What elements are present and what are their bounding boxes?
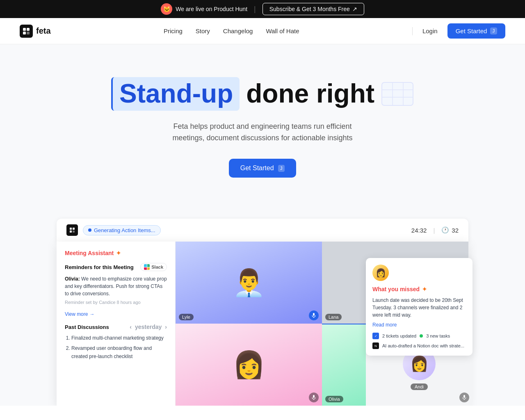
next-date-icon[interactable]: › (165, 324, 167, 330)
top-banner: 🐱 We are live on Product Hunt | Subscrib… (0, 0, 525, 18)
external-link-icon: ↗ (352, 6, 357, 12)
svg-rect-11 (70, 231, 72, 233)
hero-cta-button[interactable]: Get Started J (229, 159, 296, 178)
svg-rect-12 (73, 231, 75, 233)
logo-icon (20, 25, 33, 38)
hero-section: Stand-up done right Feta helps product a… (0, 44, 525, 202)
tickets-icon: ✓ (372, 333, 379, 339)
nav-story[interactable]: Story (196, 27, 210, 34)
list-item: Revamped user onboarding flow and create… (71, 345, 167, 360)
read-more-link[interactable]: Read more (372, 322, 466, 328)
nav-actions: Login Get Started J (412, 23, 505, 39)
meeting-bar: Generating Action Items... 24:32 | 🕐 32 (57, 219, 468, 242)
participants-icon: 🕐 (441, 226, 449, 234)
nav-changelog[interactable]: Changelog (223, 27, 253, 34)
hero-title: Stand-up done right (20, 77, 505, 111)
svg-rect-21 (463, 395, 465, 398)
hero-title-rest: done right (246, 79, 374, 109)
meeting-bar-left: Generating Action Items... (66, 224, 161, 236)
svg-rect-1 (27, 28, 30, 31)
main-preview-area: Meeting Assistant ✦ Reminders for this M… (57, 242, 468, 406)
get-started-nav-button[interactable]: Get Started J (447, 23, 505, 39)
reminder-meta: Reminder set by Candice 8 hours ago (65, 300, 167, 305)
generating-text: Generating Action Items... (94, 227, 155, 233)
slack-badge: Slack (140, 263, 167, 271)
what-missed-title: What you missed ✦ (372, 286, 466, 292)
past-discussions-header: Past Discussions ‹ yesterday › (65, 324, 167, 330)
login-link[interactable]: Login (422, 27, 438, 34)
hero-cta-label: Get Started (240, 164, 274, 172)
lana-mini-avatar: 👩 (372, 265, 389, 281)
andi-mic-icon (459, 393, 469, 402)
green-dot-icon (420, 334, 423, 338)
subscribe-button[interactable]: Subscribe & Get 3 Months Free ↗ (262, 3, 364, 15)
logo[interactable]: feta (20, 25, 51, 38)
banner-divider: | (254, 5, 256, 14)
participants-number: 32 (452, 227, 459, 234)
nav-links: Pricing Story Changelog Wall of Hate (164, 27, 299, 34)
svg-rect-2 (23, 32, 26, 34)
nav-wall-of-hate[interactable]: Wall of Hate (266, 27, 299, 34)
reminder-body: We need to emphasize core value prop and… (65, 276, 167, 297)
lyle-label: Lyle (179, 314, 194, 320)
generating-dot (88, 228, 91, 232)
right-overlay-panel: 👩 What you missed ✦ Launch date was deci… (366, 258, 472, 356)
lana-label: Lana (325, 314, 342, 320)
andi-label: Andi (411, 383, 428, 390)
lyle-mic-icon (309, 310, 319, 320)
video-cell-lyle: 👨‍💼 Lyle (176, 242, 322, 324)
meeting-bar-right: 24:32 | 🕐 32 (411, 226, 459, 234)
hero-subtitle: Feta helps product and engineering teams… (152, 121, 373, 144)
product-hunt-text: We are live on Product Hunt (176, 6, 247, 12)
svg-rect-3 (27, 32, 30, 34)
participants-count: 🕐 32 (441, 226, 459, 234)
discussions-list: Finalized multi-channel marketing strate… (65, 334, 167, 361)
svg-rect-4 (382, 82, 413, 105)
woman1-avatar: 👩 (176, 324, 322, 406)
svg-rect-0 (23, 28, 26, 31)
update-tickets: ✓ 2 tickets updated 3 new tasks (372, 333, 466, 339)
past-discussions: Past Discussions ‹ yesterday › Finalized… (65, 324, 167, 361)
nav-kbd-badge: J (490, 27, 497, 34)
product-hunt-icon: 🐱 (161, 3, 172, 15)
svg-rect-9 (70, 228, 72, 230)
nav-pricing[interactable]: Pricing (164, 27, 183, 34)
assistant-title-text: Meeting Assistant (65, 250, 114, 256)
feta-mini-icon (66, 224, 78, 236)
hero-kbd-badge: J (278, 165, 285, 172)
view-more-link[interactable]: View more → (65, 311, 167, 317)
lyle-avatar: 👨‍💼 (176, 242, 322, 324)
notion-text: AI auto-drafted a Notion doc with strate… (382, 343, 464, 348)
video-cell-woman1: 👩 (176, 324, 322, 406)
slack-icon (144, 264, 150, 270)
reminders-header: Reminders for this Meeting Slack (65, 263, 167, 271)
svg-rect-13 (313, 313, 315, 316)
date-label: yesterday (135, 324, 162, 330)
notion-icon: N (372, 342, 379, 349)
prev-date-icon[interactable]: ‹ (130, 324, 132, 330)
app-preview: Generating Action Items... 24:32 | 🕐 32 … (0, 202, 525, 406)
hero-title-highlight: Stand-up (111, 77, 240, 111)
generating-badge: Generating Action Items... (83, 225, 161, 235)
product-hunt-notice: 🐱 We are live on Product Hunt (161, 3, 247, 15)
reminders-title: Reminders for this Meeting (65, 264, 134, 270)
subscribe-label: Subscribe & Get 3 Months Free (269, 6, 350, 12)
preview-container: Generating Action Items... 24:32 | 🕐 32 … (37, 219, 488, 406)
svg-rect-17 (313, 395, 315, 398)
assistant-title: Meeting Assistant ✦ (65, 250, 167, 256)
grid-table-icon (381, 82, 414, 106)
past-disc-title: Past Discussions (65, 324, 109, 330)
new-tasks-text: 3 new tasks (426, 333, 450, 338)
woman1-mic-icon (309, 393, 319, 402)
nav-separator (412, 27, 413, 35)
lana-preview-row: 👩 (372, 265, 466, 281)
get-started-nav-label: Get Started (456, 27, 487, 34)
arrow-right-icon: → (89, 311, 94, 317)
svg-rect-10 (73, 228, 75, 230)
olivia-label: Olivia (325, 396, 343, 402)
tickets-text: 2 tickets updated (382, 333, 416, 338)
what-missed-sparkle: ✦ (422, 286, 427, 292)
reminder-text: Olivia: We need to emphasize core value … (65, 275, 167, 297)
update-notion: N AI auto-drafted a Notion doc with stra… (372, 342, 466, 349)
update-items: ✓ 2 tickets updated 3 new tasks N AI aut… (372, 333, 466, 349)
